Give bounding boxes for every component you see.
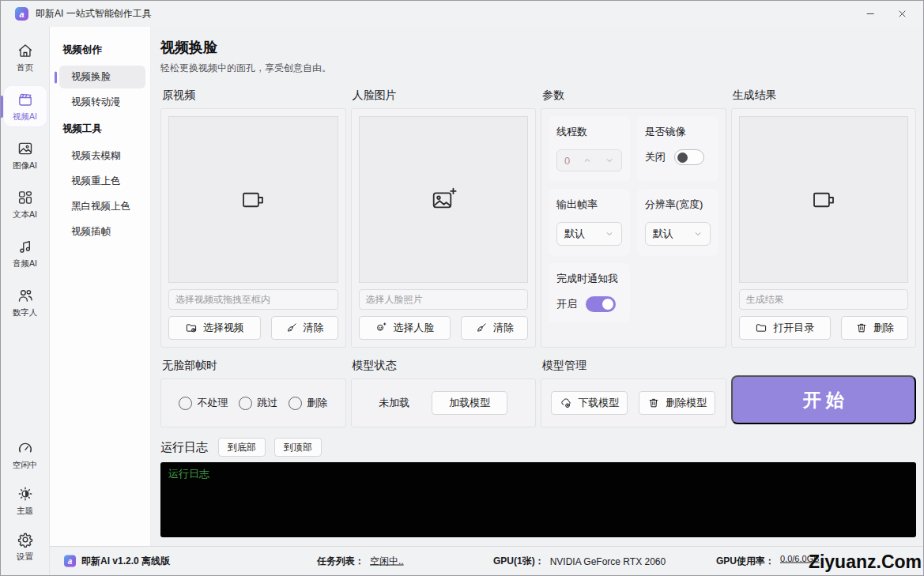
sidebar-item-theme[interactable]: 主题	[4, 480, 47, 521]
task-list-value[interactable]: 空闲中..	[370, 555, 404, 568]
face-image-drop-area[interactable]	[359, 116, 529, 283]
subnav-item-face-swap[interactable]: 视频换脸	[59, 66, 145, 88]
face-image-path-field[interactable]: 选择人脸照片	[359, 289, 529, 310]
chevron-down-icon	[605, 229, 614, 239]
open-directory-label: 打开目录	[773, 321, 814, 335]
result-preview-area[interactable]	[739, 116, 909, 283]
sidebar-item-home[interactable]: 首页	[4, 37, 47, 77]
right-pane: 视频创作 视频换脸 视频转动漫 视频工具 视频去模糊 视频重上色 黑白视频上色 …	[50, 27, 923, 575]
people-icon	[17, 287, 34, 304]
sidebar-item-label: 主题	[17, 506, 33, 517]
app-window: a 即新AI 一站式智能创作工具 首页 视频AI 图像AI	[0, 0, 924, 576]
gauge-icon	[17, 439, 34, 457]
mirror-cell: 是否镜像 关闭	[637, 116, 718, 182]
radio-circle	[179, 397, 192, 410]
sidebar-item-digital-human[interactable]: 数字人	[4, 282, 47, 322]
radio-no-process[interactable]: 不处理	[179, 396, 228, 410]
log-console[interactable]: 运行日志	[160, 462, 916, 537]
face-image-card: 选择人脸照片 选择人脸 清除	[351, 108, 537, 348]
sidebar-item-text-ai[interactable]: 文本AI	[4, 184, 47, 224]
source-video-panel: 原视频 选择视频或拖拽至框内 选择视频	[160, 87, 346, 348]
close-button[interactable]	[888, 4, 915, 24]
no-face-card: 不处理 跳过 删除	[160, 378, 346, 427]
subnav-item-video-to-anime[interactable]: 视频转动漫	[59, 91, 145, 114]
sidebar-item-video-ai[interactable]: 视频AI	[4, 86, 47, 126]
sidebar-item-label: 文本AI	[13, 209, 37, 220]
gpu-value: NVIDIA GeForce RTX 2060	[550, 555, 666, 567]
thread-count-stepper[interactable]: 0	[556, 149, 622, 171]
resolution-label: 分辨率(宽度)	[645, 198, 711, 212]
radio-delete[interactable]: 删除	[289, 396, 327, 410]
subnav-item-deblur[interactable]: 视频去模糊	[59, 145, 145, 168]
select-face-button[interactable]: 选择人脸	[359, 316, 451, 340]
image-plus-icon	[429, 186, 458, 214]
model-manage-label: 模型管理	[541, 357, 726, 378]
main-row: 视频创作 视频换脸 视频转动漫 视频工具 视频去模糊 视频重上色 黑白视频上色 …	[50, 27, 923, 546]
start-button[interactable]: 开始	[731, 375, 917, 424]
result-path-field[interactable]: 生成结果	[739, 289, 909, 310]
sidebar-item-image-ai[interactable]: 图像AI	[4, 135, 47, 175]
clear-video-button[interactable]: 清除	[271, 316, 338, 340]
chevron-down-icon	[693, 229, 703, 239]
minimize-button[interactable]	[857, 4, 884, 24]
clear-face-button[interactable]: 清除	[461, 316, 528, 340]
resolution-cell: 分辨率(宽度) 默认	[637, 189, 718, 256]
face-icon	[375, 322, 387, 334]
download-model-button[interactable]: 下载模型	[551, 391, 628, 415]
model-status-card: 未加载 加载模型	[351, 378, 537, 427]
mirror-toggle[interactable]	[674, 149, 704, 165]
select-video-button[interactable]: 选择视频	[168, 316, 261, 340]
radio-label: 删除	[307, 396, 327, 410]
output-fps-value: 默认	[564, 227, 585, 241]
output-fps-cell: 输出帧率 默认	[549, 189, 630, 256]
source-video-path-field[interactable]: 选择视频或拖拽至框内	[168, 289, 338, 310]
sidebar-item-label: 设置	[17, 552, 33, 563]
chevron-down-icon[interactable]	[605, 156, 614, 165]
output-fps-select[interactable]: 默认	[556, 222, 622, 246]
chevron-up-icon[interactable]	[583, 156, 592, 165]
sidebar-item-audio-ai[interactable]: 音频AI	[4, 233, 47, 273]
subnav-item-frame-interp[interactable]: 视频插帧	[59, 220, 145, 243]
app-logo-icon: a	[15, 7, 28, 21]
clear-face-label: 清除	[493, 321, 514, 335]
resolution-select[interactable]: 默认	[645, 222, 711, 246]
window-controls	[857, 4, 915, 24]
radio-skip[interactable]: 跳过	[239, 396, 277, 410]
video-camera-icon	[809, 186, 838, 214]
log-to-bottom-button[interactable]: 到底部	[218, 438, 266, 457]
parameters-label: 参数	[541, 87, 726, 108]
radio-circle	[289, 397, 302, 410]
radio-label: 跳过	[257, 396, 277, 410]
select-video-label: 选择视频	[203, 321, 244, 335]
subnav-item-bw-colorize[interactable]: 黑白视频上色	[59, 195, 145, 218]
sidebar-bottom: 空闲中 主题 设置	[4, 435, 47, 575]
sidebar-item-label: 视频AI	[13, 111, 37, 122]
notify-row: 开启	[556, 296, 622, 312]
resolution-value: 默认	[653, 227, 673, 241]
primary-sidebar: 首页 视频AI 图像AI 文本AI 音频AI 数字人	[1, 27, 50, 575]
toggle-knob	[602, 299, 613, 310]
parameters-card: 线程数 0 是否镜像	[541, 108, 726, 348]
sidebar-item-idle-status[interactable]: 空闲中	[4, 435, 47, 475]
mirror-label: 是否镜像	[645, 125, 711, 139]
source-video-label: 原视频	[160, 87, 346, 108]
sidebar-item-settings[interactable]: 设置	[4, 526, 47, 567]
source-video-drop-area[interactable]	[168, 116, 338, 283]
toggle-knob	[677, 152, 688, 163]
notify-toggle[interactable]	[586, 296, 616, 312]
no-face-panel: 无脸部帧时 不处理 跳过	[160, 357, 346, 427]
log-to-top-button[interactable]: 到顶部	[274, 438, 322, 457]
no-face-label: 无脸部帧时	[160, 357, 346, 378]
delete-result-button[interactable]: 删除	[841, 316, 908, 340]
subnav-item-recolor[interactable]: 视频重上色	[59, 170, 145, 193]
open-directory-button[interactable]: 打开目录	[739, 316, 832, 340]
close-icon	[896, 8, 908, 20]
main-content: 视频换脸 轻松更换视频中的面孔，享受创意自由。 原视频 选择视频或拖拽至框内	[151, 27, 923, 546]
parameters-panel: 参数 线程数 0	[541, 87, 726, 348]
load-model-button[interactable]: 加载模型	[432, 391, 507, 415]
broom-icon	[475, 322, 488, 334]
notify-state: 开启	[556, 297, 577, 311]
thread-count-label: 线程数	[556, 125, 622, 139]
delete-model-button[interactable]: 删除模型	[639, 391, 715, 415]
result-buttons: 打开目录 删除	[739, 316, 909, 340]
